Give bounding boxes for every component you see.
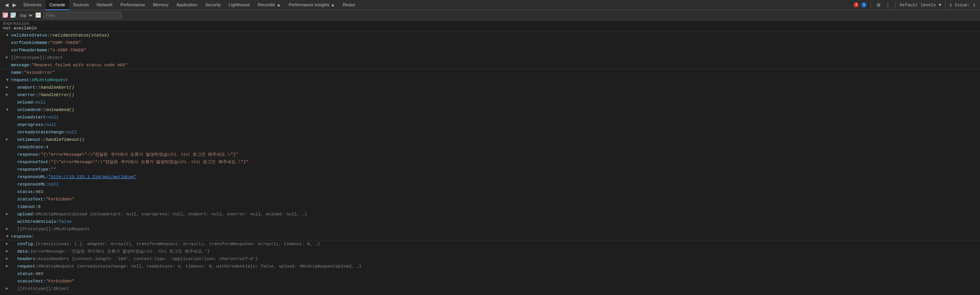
prop-key: readyState: xyxy=(17,144,46,150)
tab-network[interactable]: Network xyxy=(93,0,116,10)
top-right-controls: 3 1 ⚙ ⋮ Default levels ▼ 1 Issue: 1 xyxy=(850,2,978,9)
prop-key: onprogress: xyxy=(17,122,46,128)
prop-key: headers: xyxy=(17,256,38,262)
prop-key: onerror: xyxy=(17,92,38,98)
expand-arrow[interactable]: ▶ xyxy=(4,263,10,270)
list-item: onload: null xyxy=(0,99,980,106)
prop-value: XMLHttpRequest xyxy=(53,226,89,232)
settings-icon[interactable]: ⚙ xyxy=(875,2,882,9)
prop-value: null xyxy=(48,114,58,120)
expand-arrow[interactable]: ▶ xyxy=(4,211,10,217)
expand-arrow[interactable]: ▶ xyxy=(4,84,10,91)
tab-console[interactable]: Console xyxy=(45,0,69,10)
expand-arrow[interactable]: ▶ xyxy=(4,32,10,38)
tab-bar: ◀ ▶ Elements Console Sources Network Per… xyxy=(0,0,980,10)
clear-console-icon[interactable]: 🚫 xyxy=(2,12,9,18)
prop-key: onload: xyxy=(17,99,35,106)
prop-value: XMLHttpRequest {onreadystatechange: null… xyxy=(38,263,362,270)
tab-performance-insights[interactable]: Performance Insights ▲ xyxy=(285,0,339,10)
list-item: responseURL: "http://13.125.1.214/api/wo… xyxy=(0,173,980,181)
prop-value: AxiosHeaders {content-length: '104', con… xyxy=(38,256,258,262)
prop-key: validateStatus: xyxy=(11,32,50,38)
expand-arrow[interactable]: ▶ xyxy=(4,226,10,232)
tab-memory[interactable]: Memory xyxy=(149,0,173,10)
fn-value: validateStatus(status) xyxy=(53,32,109,38)
expand-arrow[interactable]: ▶ xyxy=(4,107,10,113)
list-item: ▶ config: {transitional: {…}, adapter: A… xyxy=(0,240,980,248)
list-item: xsrfHeaderName: "X-XSRF-TOKEN" xyxy=(0,47,980,54)
prop-key: responseXML: xyxy=(17,181,48,188)
fn-value: handleTimeout() xyxy=(46,137,85,143)
prop-key: [[Prototype]]: xyxy=(17,226,53,232)
expand-arrow[interactable]: ▶ xyxy=(4,233,10,240)
fn-value: handleError() xyxy=(40,92,74,98)
list-item: timeout: 0 xyxy=(0,203,980,211)
list-item: statusText: "Forbidden" xyxy=(0,278,980,285)
forward-button[interactable]: ▶ xyxy=(11,2,18,9)
prop-key: [[Prototype]]: xyxy=(11,55,47,61)
expand-arrow[interactable]: ▶ xyxy=(4,241,10,247)
prop-key: onloadstart: xyxy=(17,114,48,120)
tab-lighthouse[interactable]: Lighthouse xyxy=(225,0,254,10)
prop-key: responseText: xyxy=(17,159,51,165)
tab-security[interactable]: Security xyxy=(201,0,225,10)
prop-value: null xyxy=(35,99,45,106)
prop-value: ƒ xyxy=(50,32,53,38)
list-item: ▶ ontimeout: ƒ handleTimeout() xyxy=(0,136,980,144)
prop-key: request: xyxy=(17,263,38,270)
filter-input[interactable] xyxy=(43,12,122,19)
expand-arrow[interactable]: ▶ xyxy=(4,77,10,83)
prop-key: timeout: xyxy=(17,204,38,210)
prop-value: Object xyxy=(47,55,63,61)
expand-arrow[interactable]: ▶ xyxy=(4,256,10,262)
context-selector[interactable]: top xyxy=(18,13,34,18)
prop-key: ontimeout: xyxy=(17,137,43,143)
expand-arrow[interactable]: ▶ xyxy=(4,248,10,255)
tab-elements[interactable]: Elements xyxy=(20,0,45,10)
prop-value: "Forbidden" xyxy=(46,278,75,284)
prop-key: responseURL: xyxy=(17,174,48,180)
nav-controls: ◀ ▶ xyxy=(2,2,20,9)
expand-arrow[interactable]: ▶ xyxy=(4,55,10,61)
tab-performance[interactable]: Performance xyxy=(116,0,149,10)
console-output[interactable]: ▶ validateStatus: ƒ validateStatus(statu… xyxy=(0,32,980,292)
prop-value: ƒ xyxy=(38,84,41,91)
prop-value: {transitional: {…}, adapter: Array(2), t… xyxy=(35,241,320,247)
list-item: ▶ onabort: ƒ handleAbort() xyxy=(0,84,980,91)
prop-key: status: xyxy=(17,271,35,277)
list-item: ▶ [[Prototype]]: XMLHttpRequest xyxy=(0,226,980,233)
list-item: ▶ data: {errorMessage: '전달된 쿠키에서 오류가 발생하… xyxy=(0,248,980,255)
prop-value: "XSRF-TOKEN" xyxy=(50,40,81,46)
prop-value[interactable]: "http://13.125.1.214/api/worldcup" xyxy=(48,174,136,180)
list-item: ▶ upload: XMLHttpRequestUpload {onloadst… xyxy=(0,211,980,218)
filter-icon[interactable]: 🔍 xyxy=(10,12,16,18)
list-item: responseText: "{\"errorMessage\":\"전달된 쿠… xyxy=(0,158,980,166)
error-badge: 3 xyxy=(853,2,859,7)
back-button[interactable]: ◀ xyxy=(3,2,10,9)
more-tools-icon[interactable]: ⋮ xyxy=(884,2,891,9)
prop-value: false xyxy=(59,219,72,225)
list-item: response: "{\"errorMessage\":\"전달된 쿠키에서 … xyxy=(0,151,980,158)
expand-arrow[interactable]: ▶ xyxy=(4,92,10,98)
prop-value: "Forbidden" xyxy=(46,196,75,202)
list-item: name: "AxiosError" xyxy=(0,69,980,76)
tab-recorder[interactable]: Recorder ▲ xyxy=(254,0,285,10)
tab-sources[interactable]: Sources xyxy=(69,0,93,10)
default-levels[interactable]: Default levels ▼ xyxy=(900,3,941,7)
tab-application[interactable]: Application xyxy=(173,0,202,10)
expand-arrow[interactable]: ▶ xyxy=(4,286,10,292)
separator-2 xyxy=(895,2,896,8)
list-item: ▶ [[Prototype]]: Object xyxy=(0,54,980,62)
tab-redux[interactable]: Redux xyxy=(339,0,359,10)
prop-value: {errorMessage: '전달된 쿠키에서 오류가 발생하였습니다. 다시… xyxy=(30,248,210,255)
eye-icon[interactable]: 👁 xyxy=(35,12,42,18)
prop-key: onreadystatechange: xyxy=(17,129,66,135)
prop-value: "Request failed with status code 403" xyxy=(32,62,127,68)
list-item: status: 403 xyxy=(0,270,980,278)
fn-value: onloadend() xyxy=(46,107,75,113)
issues-count: 1 Issue: 1 xyxy=(949,3,975,7)
list-item: ▶ request: XMLHttpRequest xyxy=(0,76,980,84)
prop-key: response: xyxy=(17,151,40,158)
expand-arrow[interactable]: ▶ xyxy=(4,137,10,143)
prop-value: null xyxy=(66,129,76,135)
